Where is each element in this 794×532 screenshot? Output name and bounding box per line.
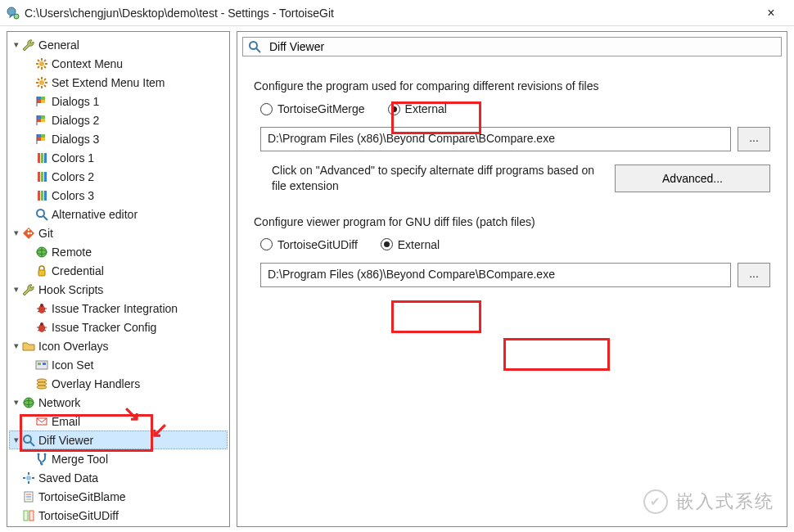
tree-item-label: Network — [38, 396, 80, 409]
tree-item-label: Dialogs 2 — [52, 114, 99, 127]
svg-rect-66 — [38, 363, 41, 365]
tree-item-dialogs-1[interactable]: ▸Dialogs 1 — [9, 92, 228, 110]
globe-icon — [35, 246, 48, 259]
mail-icon — [35, 415, 48, 428]
bug-icon — [35, 321, 48, 334]
tree-item-network[interactable]: ▾Network — [9, 393, 228, 412]
sec1-hint: Click on "Advanced" to specify alternate… — [272, 163, 602, 194]
tree-item-issue-tracker-cfg[interactable]: ▸Issue Tracker Config — [9, 318, 228, 336]
tree-item-issue-tracker-int[interactable]: ▸Issue Tracker Integration — [9, 299, 228, 318]
tree-item-colors-2[interactable]: ▸Colors 2 — [9, 167, 228, 186]
chevron-down-icon[interactable]: ▾ — [11, 340, 22, 351]
svg-rect-23 — [41, 100, 45, 103]
radio-icon — [260, 238, 273, 250]
tree-item-colors-3[interactable]: ▸Colors 3 — [9, 186, 228, 205]
svg-line-57 — [38, 311, 39, 312]
tree-item-icon-overlays[interactable]: ▾Icon Overlays — [9, 336, 228, 355]
sec2-radio-row: TortoiseGitUDiff External — [260, 238, 770, 251]
svg-point-44 — [37, 210, 44, 217]
tree-item-remote[interactable]: ▸Remote — [9, 242, 228, 261]
svg-point-48 — [30, 232, 32, 233]
tree-item-alt-editor[interactable]: ▸Alternative editor — [9, 205, 228, 223]
tree-item-label: Credential — [52, 264, 104, 277]
svg-rect-43 — [44, 191, 47, 201]
svg-point-77 — [38, 453, 40, 455]
svg-point-69 — [37, 382, 47, 385]
mag-icon — [22, 434, 35, 447]
tree-item-diff-viewer[interactable]: ▾Diff Viewer — [9, 431, 228, 449]
tree-item-label: Icon Set — [52, 358, 93, 372]
chevron-down-icon[interactable]: ▾ — [11, 39, 22, 50]
palette-icon — [35, 151, 48, 165]
svg-rect-26 — [41, 115, 45, 119]
tree-item-tortoisegitblame[interactable]: ▸TortoiseGitBlame — [9, 487, 228, 506]
svg-rect-39 — [41, 172, 43, 182]
tree-item-context-menu[interactable]: ▸Context Menu — [9, 54, 228, 73]
panel-title: Diff Viewer — [242, 37, 782, 56]
tree-item-email[interactable]: ▸Email — [9, 412, 228, 431]
close-button[interactable]: × — [755, 6, 787, 20]
svg-rect-20 — [37, 97, 41, 100]
chevron-down-icon[interactable]: ▾ — [11, 228, 22, 238]
chevron-down-icon[interactable]: ▾ — [11, 397, 22, 408]
chevron-down-icon[interactable]: ▾ — [11, 284, 22, 295]
tree-item-label: Hook Scripts — [38, 283, 103, 296]
svg-rect-52 — [38, 270, 45, 276]
tree-item-dialogs-2[interactable]: ▸Dialogs 2 — [9, 110, 228, 129]
highlight-box — [503, 338, 610, 371]
radio-label: External — [405, 102, 447, 115]
tree-item-set-extend-menu[interactable]: ▸Set Extend Menu Item — [9, 73, 228, 92]
browse-button-1[interactable]: ... — [738, 127, 770, 151]
tree-item-advanced[interactable]: ▸Advanced — [9, 525, 228, 527]
svg-line-45 — [43, 216, 47, 220]
radio-external-1[interactable]: External — [388, 102, 447, 115]
tree-item-overlay-handlers[interactable]: ▸Overlay Handlers — [9, 374, 228, 393]
tree-item-label: Dialogs 1 — [52, 95, 99, 108]
tree-item-label: Email — [52, 415, 80, 428]
tree-item-credential[interactable]: ▸Credential — [9, 261, 228, 280]
tree-item-general[interactable]: ▾General — [9, 35, 228, 54]
mag-icon — [35, 208, 48, 221]
tree-item-label: Set Extend Menu Item — [52, 76, 165, 89]
tree-item-hook-scripts[interactable]: ▾Hook Scripts — [9, 280, 228, 299]
sec1-heading: Configure the program used for comparing… — [254, 79, 770, 92]
svg-line-64 — [44, 330, 46, 331]
svg-line-8 — [44, 66, 46, 68]
svg-line-18 — [38, 85, 39, 87]
svg-line-7 — [38, 60, 39, 61]
diff-program-path-input[interactable]: D:\Program Files (x86)\Beyond Compare\BC… — [260, 127, 731, 151]
tree-item-merge-tool[interactable]: ▸Merge Tool — [9, 449, 228, 468]
sec1-radio-row: TortoiseGitMerge External — [260, 102, 770, 115]
svg-rect-32 — [37, 138, 41, 141]
radio-external-2[interactable]: External — [381, 238, 440, 251]
svg-line-76 — [30, 442, 34, 446]
highlight-box — [391, 300, 481, 333]
svg-point-91 — [250, 42, 257, 49]
svg-rect-28 — [41, 119, 45, 122]
svg-rect-33 — [41, 138, 45, 141]
folder-icon — [22, 340, 35, 353]
radio-label: TortoiseGitUDiff — [277, 238, 358, 251]
tree-item-git[interactable]: ▾Git — [9, 223, 228, 242]
tree-item-colors-1[interactable]: ▸Colors 1 — [9, 148, 228, 167]
tree-item-dialogs-3[interactable]: ▸Dialogs 3 — [9, 129, 228, 148]
browse-button-2[interactable]: ... — [738, 263, 770, 287]
settings-tree[interactable]: ▾General▸Context Menu▸Set Extend Menu It… — [7, 31, 230, 527]
tree-item-icon-set[interactable]: ▸Icon Set — [9, 355, 228, 374]
svg-rect-25 — [37, 115, 41, 119]
svg-point-70 — [37, 385, 47, 389]
radio-tortoisegitmerge[interactable]: TortoiseGitMerge — [260, 102, 365, 115]
wrench-icon — [22, 283, 35, 296]
globe-icon — [22, 396, 35, 409]
advanced-button[interactable]: Advanced... — [615, 165, 770, 192]
chevron-down-icon[interactable]: ▾ — [11, 435, 22, 445]
tree-item-label: Colors 1 — [52, 151, 94, 165]
radio-tortoisegitudiff[interactable]: TortoiseGitUDiff — [260, 238, 358, 251]
tree-item-tortoisegitudiff[interactable]: ▸TortoiseGitUDiff — [9, 506, 228, 525]
tree-item-saved-data[interactable]: ▸Saved Data — [9, 468, 228, 487]
tree-item-label: Icon Overlays — [38, 340, 109, 353]
settings-panel: Diff Viewer Configure the program used f… — [237, 31, 787, 527]
tree-item-label: Merge Tool — [52, 453, 108, 466]
svg-rect-31 — [41, 134, 45, 138]
patch-viewer-path-input[interactable]: D:\Program Files (x86)\Beyond Compare\BC… — [260, 263, 731, 287]
